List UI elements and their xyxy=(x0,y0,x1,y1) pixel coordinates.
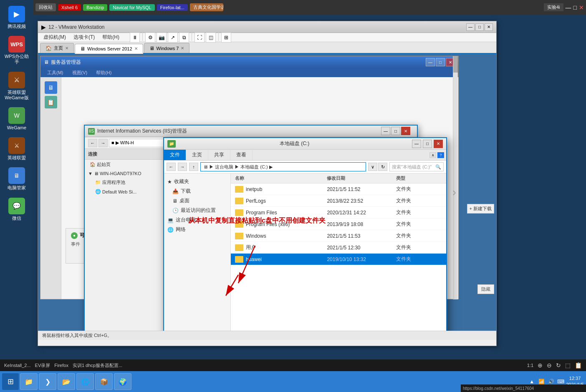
utility-dhcp[interactable]: 实训1 dhcp服务器配置... xyxy=(73,362,122,369)
taskbar-app-explorer[interactable]: 📁 xyxy=(20,373,38,390)
close-browser-btn[interactable]: ✕ xyxy=(579,4,584,11)
new-download-btn[interactable]: + 新建下载 xyxy=(467,204,494,214)
refresh-btn[interactable]: ↻ xyxy=(556,362,561,369)
ribbon-tab-file[interactable]: 文件 xyxy=(164,150,186,160)
taskbar-app-store[interactable]: 📦 xyxy=(95,373,113,390)
sm-sidebar-icon1[interactable]: 🖥 xyxy=(45,81,57,94)
desktop-icon-tencent[interactable]: ▶ 腾讯视频 xyxy=(2,4,31,31)
ribbon-tab-view[interactable]: 查看 xyxy=(230,150,253,160)
tab-win2012-close[interactable]: ✕ xyxy=(134,46,138,51)
zoom-out-btn[interactable]: ⊖ xyxy=(547,362,552,369)
iis-max-btn[interactable]: □ xyxy=(391,127,400,135)
utility-firefox[interactable]: Firefox xyxy=(54,363,68,368)
iis-forward-btn[interactable]: → xyxy=(99,139,108,147)
iis-tree-apppool[interactable]: 📁 应用程序池 xyxy=(85,178,168,187)
nav-this-pc[interactable]: 💻 这台电脑 xyxy=(164,215,230,225)
sm-min-btn[interactable]: — xyxy=(426,58,435,66)
iis-tree-start[interactable]: 🏠 起始页 xyxy=(85,160,168,169)
addr-dropdown-btn[interactable]: ∨ xyxy=(368,163,377,171)
taskbar-app-shell[interactable]: ❯ xyxy=(39,373,56,390)
nav-recent[interactable]: 🕒 最近访问的位置 xyxy=(164,206,230,215)
tab-win7[interactable]: 🖥 Windows 7 ✕ xyxy=(144,43,190,53)
explorer-min-btn[interactable]: — xyxy=(412,140,421,148)
ribbon-help-btn[interactable]: ? xyxy=(437,152,444,158)
file-item-program-files[interactable]: Program Files 2020/12/31 14:22 文件夹 xyxy=(231,207,446,219)
taskbar-app-ie[interactable]: 🌐 xyxy=(76,373,94,390)
ribbon-collapse-btn[interactable]: ∧ xyxy=(429,152,436,158)
iis-back-btn[interactable]: ← xyxy=(88,139,97,147)
snapshot-btn[interactable]: 📷 xyxy=(157,33,167,43)
taskbar-culture[interactable]: 古典文化国学进修教学课 xyxy=(190,3,223,11)
sm-menu-tools[interactable]: 工具(M) xyxy=(44,70,67,76)
tab-home-close[interactable]: ✕ xyxy=(65,46,68,50)
taskbar-bandizip[interactable]: Bandizip xyxy=(83,4,107,11)
taskbar-app-globe[interactable]: 🌍 xyxy=(114,373,131,390)
address-path[interactable]: 🖥 ▶ 这台电脑 ▶ 本地磁盘 (C:) ▶ xyxy=(200,162,366,171)
explorer-close-btn[interactable]: ✕ xyxy=(434,140,443,148)
utility-evrecord[interactable]: EV录屏 xyxy=(35,362,51,369)
file-item-huawei[interactable]: huawei 2019/10/10 13:32 文件夹 xyxy=(231,254,446,265)
taskbar-app-folder[interactable]: 📂 xyxy=(58,373,75,390)
desktop-icon-wechat[interactable]: 💬 微信 xyxy=(2,196,31,223)
fit-btn[interactable]: ⬚ xyxy=(565,362,571,369)
iis-min-btn[interactable]: — xyxy=(381,127,390,135)
hide-btn[interactable]: 隐藏 xyxy=(477,284,494,294)
pause-btn[interactable]: ⏸ xyxy=(130,33,140,43)
menu-help[interactable]: 帮助(H) xyxy=(99,33,123,42)
vmware-close-btn[interactable]: ✕ xyxy=(485,23,493,31)
settings-btn[interactable]: ⚙ xyxy=(145,33,155,43)
menu-tab[interactable]: 选项卡(T) xyxy=(70,33,98,42)
taskbar-navicat[interactable]: Navicat for MySQL xyxy=(109,4,154,11)
share-btn[interactable]: ↗ xyxy=(168,33,178,43)
nav-forward-btn[interactable]: → xyxy=(178,163,187,171)
search-box[interactable]: 搜索"本地磁盘 (C:)" 🔍 xyxy=(389,162,444,171)
ribbon-tab-home[interactable]: 主页 xyxy=(186,150,208,160)
desktop-icon-wegame[interactable]: W WeGame xyxy=(2,106,31,132)
nav-back-btn[interactable]: ← xyxy=(167,163,176,171)
copy-view-btn[interactable]: 📋 xyxy=(575,362,582,369)
ribbon-tab-share[interactable]: 共享 xyxy=(208,150,230,160)
nav-network[interactable]: 🌐 网络 xyxy=(164,225,230,234)
file-item-inetpub[interactable]: inetpub 2021/1/5 11:52 文件夹 xyxy=(231,183,446,195)
sm-menu-view[interactable]: 视图(V) xyxy=(69,70,91,76)
start-button[interactable]: ⊞ xyxy=(2,373,19,390)
tab-win7-close[interactable]: ✕ xyxy=(181,46,184,50)
zoom-in-btn[interactable]: ⊕ xyxy=(538,362,543,369)
nav-favorites[interactable]: ★ 收藏夹 xyxy=(164,177,230,186)
file-item-program-files-(x86)[interactable]: Program Files (x86) 2013/9/19 18:08 文件夹 xyxy=(231,219,446,230)
nav-desktop[interactable]: 🖥 桌面 xyxy=(164,196,230,206)
iis-close-btn[interactable]: ✕ xyxy=(401,127,410,135)
file-item-用户[interactable]: 用户 2021/1/5 12:30 文件夹 xyxy=(231,242,446,254)
addr-refresh-btn[interactable]: ↻ xyxy=(378,163,387,171)
maximize-browser-btn[interactable]: □ xyxy=(573,4,577,11)
iis-tree-defaultweb[interactable]: 🌐 Default Web Si... xyxy=(85,187,168,196)
sm-max-btn[interactable]: □ xyxy=(436,58,445,66)
menu-vm[interactable]: 虚拟机(M) xyxy=(40,33,69,42)
desktop-icon-hero-wegame[interactable]: ⚔ 英雄联盟 WeGame版 xyxy=(2,70,31,102)
file-item-perflogs[interactable]: PerfLogs 2013/8/22 23:52 文件夹 xyxy=(231,195,446,207)
full-btn[interactable]: ⛶ xyxy=(194,33,205,43)
taskbar-experiment[interactable]: 实验4i xyxy=(544,3,563,11)
nav-up-btn[interactable]: ↑ xyxy=(189,163,198,171)
taskbar-firefox[interactable]: Firefox-lat... xyxy=(157,4,188,11)
sm-menu-help[interactable]: 帮助(H) xyxy=(93,70,115,76)
nav-download[interactable]: 📥 下载 xyxy=(164,186,230,196)
extra-btn[interactable]: ⊞ xyxy=(221,33,231,43)
utility-keinstall[interactable]: KeInstall_2... xyxy=(4,363,31,368)
tab-home[interactable]: 🏠 主页 ✕ xyxy=(40,43,74,53)
vmware-minimize-btn[interactable]: — xyxy=(466,23,475,31)
desktop-icon-pc[interactable]: 🖥 电脑管家 xyxy=(2,166,31,192)
explorer-max-btn[interactable]: □ xyxy=(423,140,432,148)
zoom-ratio[interactable]: 1:1 xyxy=(527,363,533,368)
view-btn[interactable]: ◫ xyxy=(206,33,216,43)
taskbar-recycle[interactable]: 回收站 xyxy=(35,3,56,11)
sm-sidebar-icon2[interactable]: 📋 xyxy=(45,96,57,108)
tab-win2012[interactable]: 🖥 Windows Server 2012 ✕ xyxy=(75,44,143,54)
desktop-icon-hero2[interactable]: ⚔ 英雄联盟 xyxy=(2,136,31,162)
file-item-windows[interactable]: Windows 2021/1/5 11:53 文件夹 xyxy=(231,230,446,242)
scroll-right-arrow[interactable]: › xyxy=(452,186,456,199)
copy-btn[interactable]: ⧉ xyxy=(179,33,189,43)
minimize-browser-btn[interactable]: — xyxy=(566,4,571,11)
iis-tree-server[interactable]: ▼ 🖥 WIN-HGANDT97KO xyxy=(85,169,168,178)
desktop-icon-wps[interactable]: WPS WPS办公助手 xyxy=(2,34,31,66)
